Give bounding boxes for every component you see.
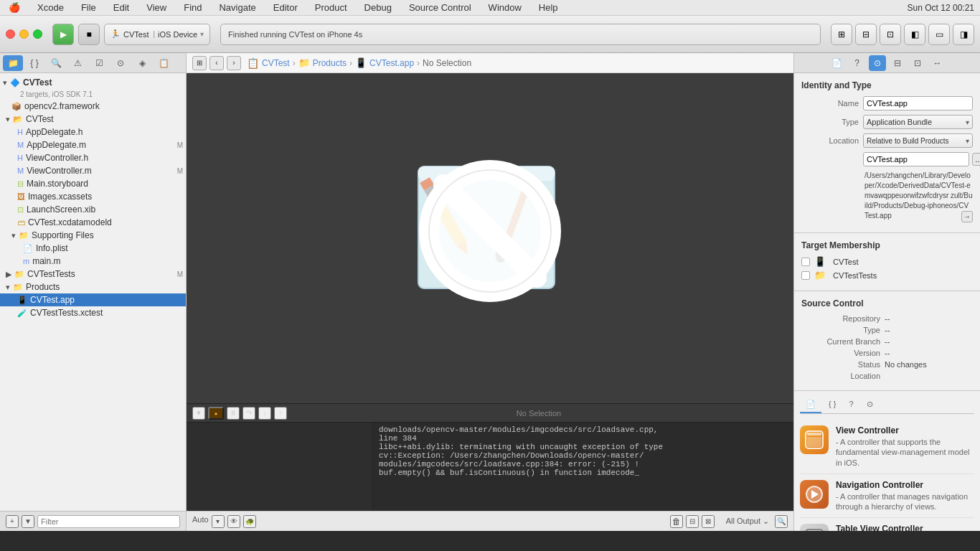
nav-tab-find[interactable]: 🔍 <box>46 55 66 71</box>
full-view-btn[interactable]: ⊠ <box>702 515 715 528</box>
target-cvtesttests-checkbox[interactable] <box>801 271 810 280</box>
menu-product[interactable]: Product <box>312 1 350 14</box>
editor-version-button[interactable]: ⊡ <box>880 24 901 45</box>
stop-button[interactable]: ■ <box>78 24 100 45</box>
grid-view-button[interactable]: ⊞ <box>192 56 207 70</box>
debug-pause-btn[interactable]: ⏸ <box>227 407 240 420</box>
breadcrumb-item-1[interactable]: CVTest <box>262 58 290 68</box>
reveal-in-finder-btn[interactable]: → <box>961 211 973 222</box>
list-item[interactable]: ⊟ Main.storyboard <box>0 177 186 190</box>
debug-breakpoint-btn[interactable]: ⬥ <box>208 407 224 420</box>
location-select[interactable]: Relative to Build Products ▾ <box>863 133 973 148</box>
menu-editor[interactable]: Editor <box>270 1 301 14</box>
debug-toggle[interactable]: ▭ <box>928 24 950 45</box>
menu-find[interactable]: Find <box>181 1 204 14</box>
menu-help[interactable]: Help <box>536 1 561 14</box>
name-input[interactable] <box>863 96 973 110</box>
navigator-toggle[interactable]: ◧ <box>904 24 925 45</box>
debug-show-hide[interactable]: ▼ <box>192 407 205 420</box>
inspector-toggle[interactable]: ◨ <box>953 24 974 45</box>
insp-tab-attributes[interactable]: ⊟ <box>889 55 906 71</box>
menu-file[interactable]: File <box>78 1 99 14</box>
nav-tab-symbols[interactable]: { } <box>24 55 44 71</box>
tree-item-xctest[interactable]: 🧪 CVTestTests.xctest <box>0 306 186 319</box>
breadcrumb-item-2[interactable]: Products <box>313 58 347 68</box>
insp-tab-connections[interactable]: ↔ <box>929 55 946 71</box>
menu-xcode[interactable]: Xcode <box>34 1 67 14</box>
slow-motion-btn[interactable]: 🐢 <box>243 515 256 528</box>
lib-tab-json[interactable]: { } <box>823 397 842 413</box>
editor-assistant-button[interactable]: ⊟ <box>855 24 877 45</box>
list-item[interactable]: H AppDelegate.h <box>0 126 186 138</box>
list-item[interactable]: ⊡ LaunchScreen.xib <box>0 203 186 216</box>
list-item[interactable]: m main.m <box>0 255 186 268</box>
apple-menu[interactable]: 🍎 <box>6 1 23 14</box>
menu-edit[interactable]: Edit <box>110 1 132 14</box>
nav-tab-log[interactable]: 📋 <box>154 55 174 71</box>
list-item[interactable]: M AppDelegate.m M <box>0 138 186 151</box>
debug-step-into[interactable]: ↓ <box>258 407 271 420</box>
target-cvtest-checkbox[interactable] <box>801 258 810 266</box>
breadcrumb-item-3[interactable]: CVTest.app <box>369 58 414 68</box>
library-item-vc-text: View Controller - A controller that supp… <box>836 425 974 468</box>
debug-step-out[interactable]: ↑ <box>274 407 287 420</box>
location-browse-btn[interactable]: … <box>972 153 980 166</box>
nav-tab-tests[interactable]: ☑ <box>89 55 109 71</box>
type-select[interactable]: Application Bundle ▾ <box>863 115 973 129</box>
auto-dropdown[interactable]: ▾ <box>212 515 225 528</box>
list-item[interactable]: 🗃 CVTest.xcdatamodeld <box>0 216 186 229</box>
back-button[interactable]: ‹ <box>209 56 224 70</box>
nav-tab-breakpoints[interactable]: ◈ <box>132 55 152 71</box>
forward-button[interactable]: › <box>227 56 241 70</box>
insp-tab-file[interactable]: 📄 <box>829 55 846 71</box>
tree-item-supporting[interactable]: ▾ 📁 Supporting Files <box>0 229 186 242</box>
lib-tab-identity[interactable]: ⊙ <box>861 397 879 413</box>
maximize-button[interactable] <box>33 29 42 39</box>
tree-item-opencv[interactable]: 📦 opencv2.framework <box>0 100 186 113</box>
tree-item-cvtest-app[interactable]: 📱 CVTest.app <box>0 293 186 306</box>
menu-debug[interactable]: Debug <box>362 1 395 14</box>
list-item[interactable]: H ViewController.h <box>0 151 186 164</box>
nav-tab-debug[interactable]: ⊙ <box>110 55 131 71</box>
quick-look-btn[interactable]: 👁 <box>227 515 240 528</box>
breadcrumb-bar: ⊞ ‹ › 📋 CVTest › 📁 Products › 📱 CVTest.a… <box>187 53 793 73</box>
insp-tab-identity[interactable]: ⊙ <box>869 55 886 71</box>
split-view-btn[interactable]: ⊟ <box>686 515 699 528</box>
editor-standard-button[interactable]: ⊞ <box>831 24 852 45</box>
list-item[interactable]: M ViewController.m M <box>0 164 186 177</box>
tree-item-cvtesttests[interactable]: ▶ 📁 CVTestTests M <box>0 268 186 281</box>
lib-tab-file[interactable]: 📄 <box>800 397 821 413</box>
list-item[interactable]: 🖼 Images.xcassets <box>0 190 186 203</box>
tree-item-project[interactable]: ▾ 🔷 CVTest <box>0 76 186 89</box>
location-file-input[interactable] <box>863 152 969 166</box>
breadcrumb-item-4: No Selection <box>423 58 471 68</box>
nav-tab-issues[interactable]: ⚠ <box>67 55 88 71</box>
collapse-icon: ▾ <box>3 78 7 88</box>
app-label: CVTest.app <box>30 295 186 305</box>
filter-console-btn[interactable]: 🔍 <box>775 515 788 528</box>
close-button[interactable] <box>6 29 15 39</box>
tree-item-products[interactable]: ▾ 📁 Products <box>0 281 186 293</box>
menu-window[interactable]: Window <box>486 1 524 14</box>
location-field-row: Location Relative to Build Products ▾ <box>801 133 973 148</box>
list-item[interactable]: 📄 Info.plist <box>0 242 186 255</box>
run-button[interactable]: ▶ <box>52 24 74 45</box>
navigator-search[interactable] <box>37 515 180 528</box>
menu-view[interactable]: View <box>143 1 169 14</box>
lib-tab-help[interactable]: ? <box>843 397 859 413</box>
nav-tab-files[interactable]: 📁 <box>3 55 23 71</box>
insp-tab-size[interactable]: ⊡ <box>909 55 926 71</box>
add-file-button[interactable]: + <box>6 515 19 528</box>
toolbar-right-buttons: ⊞ ⊟ ⊡ ◧ ▭ ◨ <box>831 24 974 45</box>
bottom-left: Auto ▾ 👁 🐢 <box>192 515 256 528</box>
debug-step-over[interactable]: ↷ <box>242 407 255 420</box>
filter-button[interactable]: ▼ <box>22 515 34 528</box>
folder-badge: M <box>177 270 183 278</box>
insp-tab-quick-help[interactable]: ? <box>849 55 866 71</box>
minimize-button[interactable] <box>19 29 29 39</box>
tree-item-cvtest-group[interactable]: ▾ 📂 CVTest <box>0 113 186 126</box>
menu-source-control[interactable]: Source Control <box>406 1 474 14</box>
menu-navigate[interactable]: Navigate <box>216 1 258 14</box>
clear-console-btn[interactable]: 🗑 <box>670 515 683 528</box>
scheme-selector[interactable]: 🏃 CVTest | iOS Device ▾ <box>104 24 210 45</box>
